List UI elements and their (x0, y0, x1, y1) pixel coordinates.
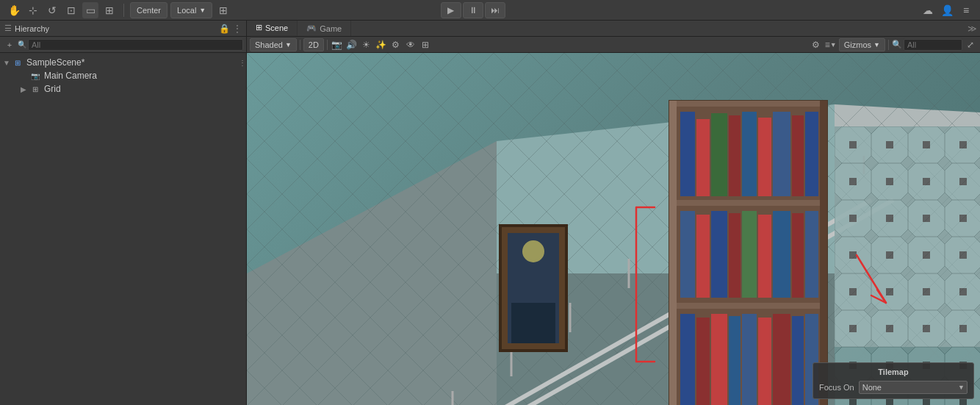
lock-icon[interactable]: 🔒 (219, 24, 230, 34)
scene-tab-label: Scene (265, 24, 288, 32)
hierarchy-title: Hierarchy (15, 24, 216, 33)
more-icon[interactable]: ⋮ (233, 24, 242, 34)
grid-tool[interactable]: ⊞ (215, 2, 231, 18)
main-camera-label: Main Camera (44, 71, 97, 81)
svg-rect-55 (511, 303, 555, 343)
separator-1 (123, 4, 124, 17)
svg-rect-48 (773, 314, 790, 405)
center-label: Center (137, 6, 161, 15)
focus-select[interactable]: None Active Tilemap (859, 381, 968, 394)
game-tab-icon: 🎮 (306, 24, 317, 33)
hierarchy-toolbar: + 🔍 (0, 37, 246, 53)
scene-more-icon[interactable]: ⋮ (239, 59, 246, 67)
svg-rect-27 (729, 115, 741, 196)
svg-rect-22 (669, 101, 677, 405)
pause-button[interactable]: ⏸ (463, 2, 483, 18)
svg-rect-42 (680, 314, 695, 405)
transform-tool[interactable]: ⊞ (101, 2, 118, 18)
scene-viewport[interactable]: Tilemap Focus On None Active Tilemap ▼ (247, 53, 980, 405)
collab-icon[interactable]: ☁ (920, 2, 936, 18)
hierarchy-panel: ☰ Hierarchy 🔒 ⋮ + 🔍 ▼ ⊞ SampleScene* ⋮ ▶ (0, 21, 247, 405)
svg-rect-46 (742, 314, 757, 405)
scene-tab-icon: ⊞ (256, 23, 262, 32)
hidden-objects-icon[interactable]: 👁 (404, 38, 417, 51)
layers-selector[interactable]: ≡ ▼ (824, 38, 837, 51)
svg-rect-26 (711, 113, 727, 196)
svg-rect-37 (742, 211, 757, 298)
tilemap-overlay: Tilemap Focus On None Active Tilemap ▼ (813, 362, 974, 399)
camera-preview-icon[interactable]: 📷 (331, 38, 344, 51)
move-tool[interactable]: ⊹ (25, 2, 41, 18)
scene-icon: ⊞ (12, 57, 24, 68)
top-toolbar: ✋ ⊹ ↺ ⊡ ▭ ⊞ Center Local ▼ ⊞ ▶ ⏸ ⏭ ☁ 👤 ≡ (0, 0, 980, 21)
rotate-tool[interactable]: ↺ (44, 2, 60, 18)
svg-rect-25 (696, 119, 710, 196)
play-button[interactable]: ▶ (441, 2, 461, 18)
svg-rect-30 (773, 112, 790, 196)
tab-more-icon[interactable]: ≫ (964, 21, 980, 36)
grid-overlay-icon[interactable]: ⊞ (419, 38, 432, 51)
svg-rect-43 (696, 318, 710, 405)
shaded-arrow: ▼ (285, 41, 292, 49)
step-button[interactable]: ⏭ (485, 2, 505, 18)
hand-tool[interactable]: ✋ (6, 2, 22, 18)
scene-tab[interactable]: ⊞ Scene (247, 21, 298, 36)
svg-rect-35 (711, 211, 727, 298)
center-button[interactable]: Center (130, 2, 167, 18)
toolbar-sep-2 (327, 40, 328, 50)
lighting-icon[interactable]: ☀ (360, 38, 373, 51)
hierarchy-content: ▼ ⊞ SampleScene* ⋮ ▶ 📷 Main Camera ▶ ⊞ G… (0, 53, 246, 405)
local-button[interactable]: Local ▼ (170, 2, 212, 18)
scene-search-input[interactable] (904, 39, 962, 51)
search-icon-right: 🔍 (892, 40, 902, 49)
gizmos-label: Gizmos (844, 40, 871, 49)
svg-rect-23 (820, 101, 827, 405)
account-icon[interactable]: 👤 (939, 2, 955, 18)
toolbar-sep-1 (300, 40, 300, 50)
svg-rect-20 (669, 303, 827, 309)
fx-icon[interactable]: ✨ (375, 38, 388, 51)
gizmos-arrow: ▼ (873, 41, 880, 49)
add-button[interactable]: + (3, 38, 16, 51)
scene-item[interactable]: ▼ ⊞ SampleScene* ⋮ (0, 56, 246, 69)
play-controls: ▶ ⏸ ⏭ (441, 2, 505, 18)
main-camera-item[interactable]: ▶ 📷 Main Camera (0, 69, 246, 82)
svg-rect-19 (669, 200, 827, 206)
scene-name: SampleScene* (26, 57, 84, 68)
grid-label: Grid (44, 84, 61, 94)
shaded-dropdown[interactable]: Shaded ▼ (250, 38, 297, 51)
tilemap-title: Tilemap (819, 368, 968, 376)
svg-rect-38 (758, 215, 771, 298)
grid-icon: ⊞ (29, 83, 41, 95)
grid-arrow[interactable]: ▶ (21, 85, 29, 93)
game-tab-label: Game (320, 24, 342, 33)
grid-item[interactable]: ▶ ⊞ Grid (0, 82, 246, 96)
hamburger-icon[interactable]: ☰ (4, 24, 12, 33)
tilemap-focus-row: Focus On None Active Tilemap ▼ (819, 381, 968, 394)
svg-rect-33 (680, 211, 695, 298)
scale-tool[interactable]: ⊡ (63, 2, 79, 18)
svg-rect-29 (758, 118, 771, 196)
focus-select-wrapper: None Active Tilemap ▼ (859, 381, 968, 394)
hierarchy-search[interactable] (28, 39, 243, 51)
audio-icon[interactable]: 🔊 (345, 38, 359, 51)
game-tab[interactable]: 🎮 Game (298, 21, 351, 36)
twod-button[interactable]: 2D (303, 38, 324, 51)
settings-icon[interactable]: ⚙ (810, 38, 823, 51)
toolbar-right: ⚙ ≡ ▼ Gizmos ▼ 🔍 ⤢ (810, 38, 977, 51)
fullscreen-icon[interactable]: ⤢ (964, 38, 977, 51)
svg-rect-28 (742, 112, 757, 196)
collapse-arrow[interactable]: ▼ (3, 59, 12, 67)
svg-rect-49 (792, 316, 804, 405)
toolbar-sep-3 (888, 40, 889, 50)
particle-icon[interactable]: ⚙ (389, 38, 403, 51)
gizmos-button[interactable]: Gizmos ▼ (839, 38, 885, 51)
focus-on-label: Focus On (819, 383, 854, 392)
rect-tool[interactable]: ▭ (82, 2, 98, 18)
svg-point-54 (522, 240, 544, 262)
svg-rect-36 (729, 213, 741, 298)
local-label: Local (177, 6, 196, 15)
layers-icon[interactable]: ≡ (958, 2, 974, 18)
tabs-bar: ⊞ Scene 🎮 Game ≫ (247, 21, 980, 37)
scene-panel: ⊞ Scene 🎮 Game ≫ Shaded ▼ 2D 📷 🔊 ☀ (247, 21, 980, 405)
